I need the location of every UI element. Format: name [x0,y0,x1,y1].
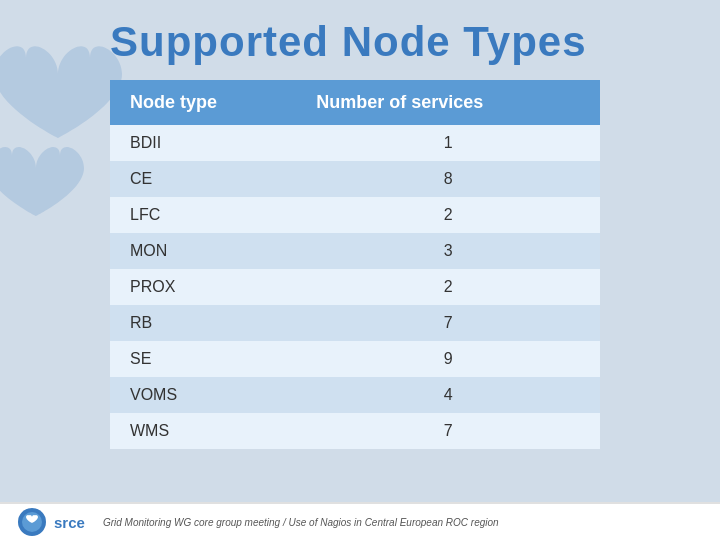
cell-node-type: LFC [110,197,296,233]
footer-srce-label: srce [54,514,85,531]
main-table-container: Node type Number of services BDII1CE8LFC… [110,80,600,449]
cell-num-services: 8 [296,161,600,197]
page-title: Supported Node Types [110,18,587,66]
table-header-row: Node type Number of services [110,80,600,125]
cell-node-type: SE [110,341,296,377]
cell-node-type: CE [110,161,296,197]
cell-node-type: RB [110,305,296,341]
cell-num-services: 7 [296,305,600,341]
cell-num-services: 2 [296,197,600,233]
table-row: WMS7 [110,413,600,449]
cell-node-type: MON [110,233,296,269]
cell-num-services: 9 [296,341,600,377]
cell-num-services: 7 [296,413,600,449]
cell-node-type: VOMS [110,377,296,413]
table-row: SE9 [110,341,600,377]
cell-num-services: 1 [296,125,600,161]
table-row: CE8 [110,161,600,197]
cell-num-services: 3 [296,233,600,269]
footer-logo: srce Grid Monitoring WG core group meeti… [18,508,499,536]
table-row: MON3 [110,233,600,269]
table-row: BDII1 [110,125,600,161]
table-row: LFC2 [110,197,600,233]
table-row: VOMS4 [110,377,600,413]
cell-node-type: BDII [110,125,296,161]
cell-num-services: 2 [296,269,600,305]
cell-node-type: PROX [110,269,296,305]
table-row: RB7 [110,305,600,341]
cell-node-type: WMS [110,413,296,449]
srce-logo-icon [18,508,46,536]
footer-bar: srce Grid Monitoring WG core group meeti… [0,502,720,540]
table-row: PROX2 [110,269,600,305]
footer-caption: Grid Monitoring WG core group meeting / … [103,517,499,528]
cell-num-services: 4 [296,377,600,413]
col-node-type-header: Node type [110,80,296,125]
col-num-services-header: Number of services [296,80,600,125]
node-types-table: Node type Number of services BDII1CE8LFC… [110,80,600,449]
